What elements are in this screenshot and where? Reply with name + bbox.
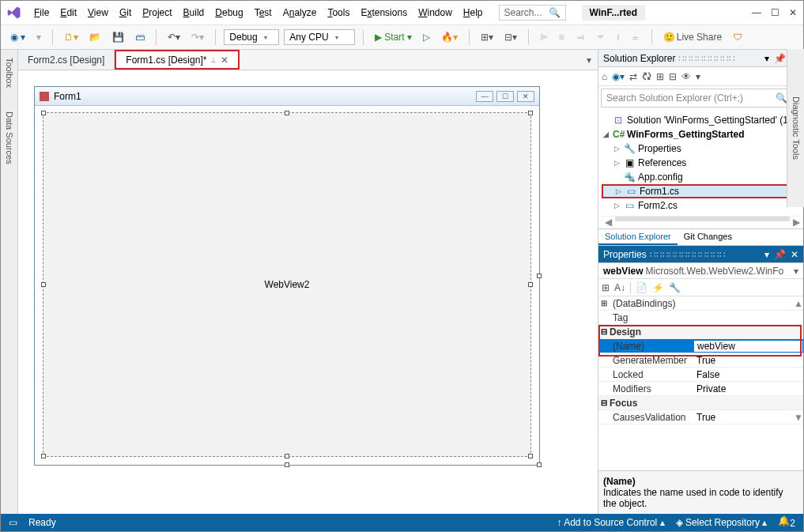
layout-toggle2[interactable]: ⊟▾ [501,30,520,44]
menu-analyze[interactable]: Analyze [278,4,322,21]
quick-search[interactable]: Search... 🔍 [499,5,566,21]
status-icon: ▭ [9,517,17,528]
layout-toggle1[interactable]: ⊞▾ [477,30,496,44]
data-sources-tab[interactable]: Data Sources [5,111,14,164]
prop-cat-icon[interactable]: ⊞ [602,282,610,293]
tabs-overflow[interactable]: ▾ [580,50,598,70]
start-no-debug-button[interactable]: ▷ [420,30,433,44]
se-home-icon[interactable]: ⌂ [602,71,607,82]
tree-form1[interactable]: ▷▭Form1.cs [602,184,800,198]
align-middle[interactable]: ⫲ [613,30,623,44]
toolbox-tab[interactable]: Toolbox [5,58,14,88]
prop-name-row[interactable]: (Name)webView [598,339,803,353]
form-title-text: Form1 [54,91,81,102]
tab-form2[interactable]: Form2.cs [Design] [18,50,115,70]
left-tool-tabs: Toolbox Data Sources [1,50,18,514]
align-center[interactable]: ≡ [556,30,568,44]
liveshare-button[interactable]: 🙂 Live Share [660,30,725,44]
se-toolbar: ⌂ ◉▾ ⇄ 🗘 ⊞ ⊟ 👁 ▾ [598,67,803,86]
align-left[interactable]: ⊫ [537,30,551,44]
control-label: WebView2 [265,279,310,290]
pin-icon[interactable]: 📌 [774,249,786,260]
solution-title[interactable]: WinF...rted [582,5,646,21]
prop-description: (Name) Indicates the name used in code t… [598,470,803,514]
form-titlebar: Form1 — ☐ ✕ [35,87,539,106]
search-icon: 🔍 [549,7,561,18]
forward-button[interactable]: ▾ [33,30,44,44]
tab-form1[interactable]: Form1.cs [Design]* ⟂ ✕ [115,50,240,70]
prop-props-icon[interactable]: 📄 [636,282,647,293]
solution-explorer-header: Solution Explorer ∷∷∷∷∷∷∷∷∷ ▾📌✕ [598,50,803,67]
undo-button[interactable]: ↶▾ [164,30,183,44]
menu-help[interactable]: Help [459,4,488,21]
right-panels: Solution Explorer ∷∷∷∷∷∷∷∷∷ ▾📌✕ ⌂ ◉▾ ⇄ 🗘… [598,50,803,514]
statusbar: ▭ Ready ↑ Add to Source Control ▴ ◈ Sele… [1,514,803,531]
pin-icon[interactable]: ⟂ [211,55,216,64]
menu-debug[interactable]: Debug [210,4,247,21]
designer-canvas[interactable]: Form1 — ☐ ✕ WebView2 [18,70,598,514]
form-designer[interactable]: Form1 — ☐ ✕ WebView2 [34,86,540,466]
minimize-button[interactable]: — [752,7,761,18]
menu-view[interactable]: View [83,4,113,21]
platform-dropdown[interactable]: Any CPU [284,29,355,45]
se-collapse-icon[interactable]: ⊟ [669,71,677,82]
titlebar: File Edit View Git Project Build Debug T… [1,1,803,25]
menu-build[interactable]: Build [179,4,209,21]
se-tab-solution[interactable]: Solution Explorer [598,229,678,245]
prop-object-dd[interactable]: ▾ [794,266,798,277]
config-dropdown[interactable]: Debug [224,29,279,45]
admin-icon[interactable]: 🛡 [730,30,745,44]
repo-button[interactable]: ◈ Select Repository ▴ [676,517,768,528]
align-right[interactable]: ⫤ [572,30,588,44]
se-a-icon[interactable]: ▾ [696,71,700,82]
menu-git[interactable]: Git [115,4,136,21]
form-icon [40,92,49,101]
open-button[interactable]: 📂 [86,30,104,44]
form-min-icon: — [476,91,493,102]
se-bottom-tabs: Solution Explorer Git Changes [598,228,803,246]
menu-window[interactable]: Window [413,4,457,21]
menu-edit[interactable]: Edit [55,4,81,21]
start-button[interactable]: Start ▾ [372,30,414,44]
hot-reload-button[interactable]: 🔥▾ [438,30,461,44]
vs-logo-icon [7,6,21,20]
align-top[interactable]: ⫧ [593,30,609,44]
align-bottom[interactable]: ⫨ [628,30,644,44]
webview-control[interactable]: WebView2 [43,112,531,457]
solution-tree[interactable]: ⊡Solution 'WinForms_GettingStarted' (1 ◢… [598,110,803,228]
notifications-button[interactable]: 🔔2 [778,515,795,529]
diagnostic-tab[interactable]: Diagnostic Tools [787,49,804,207]
new-item-button[interactable]: 🗋▾ [61,30,81,44]
close-button[interactable]: ✕ [789,7,797,18]
prop-wrench-icon[interactable]: 🔧 [669,282,681,293]
menu-file[interactable]: File [29,4,54,21]
se-search[interactable]: Search Solution Explorer (Ctrl+;) 🔍▾ [601,89,801,108]
close-tab-icon[interactable]: ✕ [221,55,228,66]
save-button[interactable]: 💾 [109,30,127,44]
prop-az-icon[interactable]: A↓ [614,282,625,293]
panel-menu-icon[interactable]: ▾ [764,53,769,64]
maximize-button[interactable]: ☐ [771,7,779,18]
redo-button[interactable]: ↷▾ [188,30,207,44]
back-button[interactable]: ◉ ▾ [7,30,28,44]
status-ready: Ready [28,517,56,528]
prop-type: Microsoft.Web.WebView2.WinFo [646,266,784,277]
menu-project[interactable]: Project [138,4,176,21]
prop-events-icon[interactable]: ⚡ [652,282,664,293]
close-panel-icon[interactable]: ✕ [791,249,798,260]
pin-icon[interactable]: 📌 [774,53,786,64]
menu-tools[interactable]: Tools [323,4,354,21]
source-control-button[interactable]: ↑ Add to Source Control ▴ [557,517,664,528]
se-back-icon[interactable]: ◉▾ [612,71,625,82]
se-show-icon[interactable]: 👁 [681,71,691,82]
menu-extensions[interactable]: Extensions [356,4,412,21]
se-tab-git[interactable]: Git Changes [678,229,738,245]
property-grid[interactable]: ⊞(DataBindings)▲ Tag Design (Name)webVie… [598,296,803,470]
se-sync-icon[interactable]: ⇄ [629,71,637,82]
save-all-button[interactable]: 🗃 [132,30,148,44]
panel-menu-icon[interactable]: ▾ [764,249,769,260]
form-max-icon: ☐ [496,91,514,102]
se-refresh-icon[interactable]: 🗘 [642,71,651,82]
menu-test[interactable]: Test [250,4,277,21]
se-filter-icon[interactable]: ⊞ [656,71,664,82]
